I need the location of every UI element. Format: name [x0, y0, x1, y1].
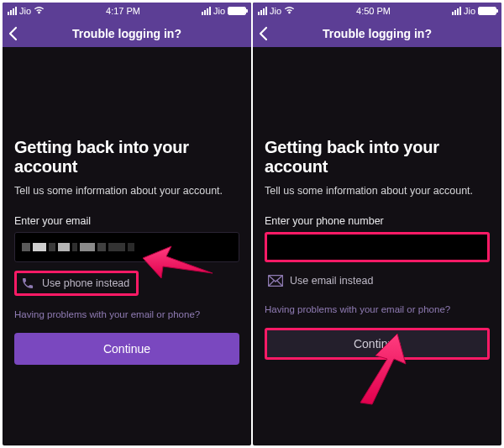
- page-subheading: Tell us some information about your acco…: [265, 185, 490, 197]
- battery-icon: [228, 7, 246, 15]
- carrier-label: Jio: [270, 6, 281, 16]
- redacted-email: [22, 233, 134, 261]
- alt-link-label: Use phone instead: [42, 277, 129, 289]
- status-right: Jio: [452, 6, 496, 16]
- email-input[interactable]: [14, 232, 239, 262]
- problems-link[interactable]: Having problems with your email or phone…: [14, 309, 239, 319]
- signal-icon: [202, 7, 211, 15]
- status-bar: Jio 4:17 PM Jio: [3, 3, 251, 19]
- status-left: Jio: [8, 6, 45, 16]
- content: Getting back into your account Tell us s…: [253, 138, 501, 360]
- continue-button[interactable]: Continue: [265, 328, 490, 360]
- back-button[interactable]: [8, 19, 18, 47]
- chevron-left-icon: [8, 26, 18, 41]
- nav-bar: Trouble logging in?: [3, 19, 251, 47]
- nav-title: Trouble logging in?: [3, 27, 251, 40]
- phone-screen-phone: Jio 4:50 PM Jio Trouble logging in? Gett…: [253, 3, 501, 445]
- status-time: 4:17 PM: [106, 6, 140, 16]
- status-bar: Jio 4:50 PM Jio: [253, 3, 501, 19]
- phone-screen-email: Jio 4:17 PM Jio Trouble logging in? Gett…: [3, 3, 251, 445]
- page-subheading: Tell us some information about your acco…: [14, 185, 239, 197]
- wifi-icon: [284, 6, 295, 16]
- content: Getting back into your account Tell us s…: [3, 138, 251, 365]
- wifi-icon: [34, 6, 45, 16]
- continue-label: Continue: [354, 337, 401, 350]
- carrier-label: Jio: [213, 6, 225, 16]
- phone-icon: [20, 276, 35, 291]
- field-label: Enter your phone number: [265, 215, 490, 227]
- status-time: 4:50 PM: [356, 6, 391, 16]
- status-left: Jio: [258, 6, 295, 16]
- alt-link-label: Use email instead: [290, 275, 373, 287]
- battery-icon: [478, 7, 496, 15]
- status-right: Jio: [202, 6, 246, 16]
- carrier-label: Jio: [19, 6, 31, 16]
- page-heading: Getting back into your account: [265, 138, 490, 177]
- mail-icon: [268, 273, 283, 288]
- continue-label: Continue: [103, 342, 150, 356]
- continue-button[interactable]: Continue: [14, 333, 239, 365]
- phone-input[interactable]: [265, 232, 490, 262]
- field-label: Enter your email: [14, 215, 239, 227]
- problems-link[interactable]: Having problems with your email or phone…: [265, 304, 490, 314]
- carrier-label: Jio: [464, 6, 475, 16]
- signal-icon: [258, 7, 267, 15]
- signal-icon: [452, 7, 461, 15]
- page-heading: Getting back into your account: [14, 138, 239, 177]
- back-button[interactable]: [258, 19, 268, 47]
- use-phone-instead-link[interactable]: Use phone instead: [14, 271, 139, 296]
- nav-bar: Trouble logging in?: [253, 19, 501, 47]
- nav-title: Trouble logging in?: [253, 27, 501, 40]
- signal-icon: [8, 7, 17, 15]
- use-email-instead-link[interactable]: Use email instead: [265, 271, 490, 291]
- chevron-left-icon: [258, 26, 268, 41]
